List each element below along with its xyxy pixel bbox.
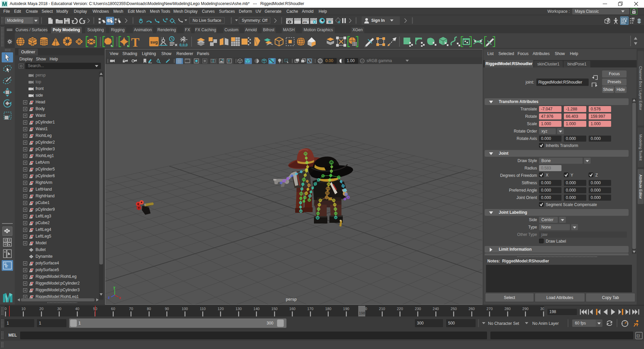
svg-text:0,0,0: 0,0,0 <box>179 43 187 47</box>
svg-text:y: y <box>113 286 115 289</box>
svg-text:svg: svg <box>150 40 158 45</box>
svg-text:z: z <box>108 296 110 299</box>
svg-text:x: x <box>119 296 121 300</box>
svg-text:off: off <box>361 60 363 62</box>
svg-text:{;}: {;} <box>637 334 640 338</box>
svg-text:T: T <box>228 59 230 63</box>
svg-text:IPR: IPR <box>303 21 307 24</box>
svg-text:persp: persp <box>286 297 297 302</box>
